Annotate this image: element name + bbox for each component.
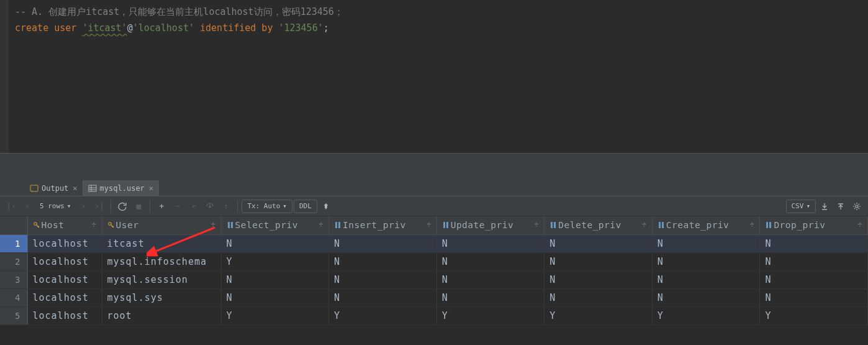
cell[interactable]: N <box>545 271 653 289</box>
cell[interactable]: N <box>329 253 437 271</box>
upload-button[interactable] <box>833 199 848 214</box>
cell[interactable]: N <box>760 271 868 289</box>
col-update-priv[interactable]: Update_priv÷ <box>436 216 545 235</box>
stop-button[interactable]: ■ <box>131 199 146 214</box>
cell[interactable]: N <box>652 271 760 289</box>
cell[interactable]: 4 <box>0 289 27 307</box>
cell[interactable]: Y <box>652 307 760 325</box>
cell[interactable]: N <box>329 289 437 307</box>
sql-editor[interactable]: -- A. 创建用户itcast，只能够在当前主机localhost访问，密码1… <box>0 0 868 153</box>
next-page-button[interactable]: › <box>76 199 91 214</box>
row-count-label[interactable]: 5 rows▾ <box>36 202 75 210</box>
close-icon[interactable]: × <box>73 184 77 193</box>
column-icon <box>227 221 235 231</box>
table-row[interactable]: 3localhostmysql.sessionNNNNNN <box>0 271 868 289</box>
col-delete-priv[interactable]: Delete_priv÷ <box>545 216 653 235</box>
column-icon <box>549 221 558 231</box>
chevron-down-icon: ▾ <box>67 202 71 210</box>
tab-output[interactable]: Output × <box>25 180 83 196</box>
col-create-priv[interactable]: Create_priv÷ <box>652 216 760 235</box>
separator <box>237 200 238 213</box>
remove-row-button[interactable]: − <box>170 199 185 214</box>
editor-line-sql: create user 'itcast'@'localhost' identif… <box>15 20 862 36</box>
download-button[interactable] <box>817 199 832 214</box>
table-row[interactable]: 2localhostmysql.infoschemaYNNNNN <box>0 253 868 271</box>
svg-point-1 <box>32 190 33 191</box>
cell[interactable]: N <box>652 235 760 253</box>
table-row[interactable]: 1localhostitcastNNNNNN <box>0 235 868 253</box>
pin-button[interactable] <box>319 199 333 214</box>
cell[interactable]: Y <box>221 307 329 325</box>
cell[interactable]: N <box>760 253 868 271</box>
cell[interactable]: localhost <box>27 271 102 289</box>
add-row-button[interactable]: + <box>154 199 169 214</box>
cell[interactable]: N <box>545 253 653 271</box>
cell[interactable]: 3 <box>0 271 27 289</box>
cell[interactable]: N <box>221 271 329 289</box>
chevron-down-icon: ▾ <box>283 202 287 210</box>
cell[interactable]: N <box>436 289 545 307</box>
corner-cell <box>0 216 27 235</box>
cell[interactable]: N <box>221 289 329 307</box>
separator <box>111 200 111 213</box>
cell[interactable]: N <box>436 235 545 253</box>
cell[interactable]: N <box>652 289 760 307</box>
col-insert-priv[interactable]: Insert_priv÷ <box>329 216 437 235</box>
cell[interactable]: N <box>436 253 545 271</box>
key-icon <box>107 221 116 231</box>
cell[interactable]: localhost <box>27 235 102 253</box>
cell[interactable]: N <box>329 235 437 253</box>
tx-mode-dropdown[interactable]: Tx: Auto▾ <box>242 200 292 213</box>
cell[interactable]: N <box>760 235 868 253</box>
cell[interactable]: N <box>329 271 437 289</box>
col-user[interactable]: User÷ <box>102 216 221 235</box>
close-icon[interactable]: × <box>149 184 153 193</box>
cell[interactable]: localhost <box>27 253 102 271</box>
cell[interactable]: mysql.sys <box>102 289 221 307</box>
cell[interactable]: N <box>545 289 653 307</box>
cell[interactable]: 5 <box>0 307 27 325</box>
cell[interactable]: localhost <box>27 289 102 307</box>
cell[interactable]: localhost <box>27 307 102 325</box>
table-row[interactable]: 5localhostrootYYYYYY <box>0 307 868 325</box>
col-host[interactable]: Host÷ <box>27 216 102 235</box>
cell[interactable]: N <box>436 271 545 289</box>
first-page-button[interactable]: |‹ <box>4 199 19 214</box>
ddl-button[interactable]: DDL <box>294 200 317 213</box>
column-icon <box>442 221 451 231</box>
column-icon <box>334 221 343 231</box>
cell[interactable]: N <box>652 253 760 271</box>
submit-button[interactable]: ↑ <box>219 199 233 214</box>
cell[interactable]: mysql.session <box>102 271 221 289</box>
header-row: Host÷ User÷ Select_priv÷ Insert_priv÷ Up… <box>0 216 868 235</box>
cell[interactable]: N <box>760 289 868 307</box>
col-drop-priv[interactable]: Drop_priv÷ <box>760 216 868 235</box>
col-select-priv[interactable]: Select_priv÷ <box>221 216 329 235</box>
export-format-dropdown[interactable]: CSV▾ <box>786 200 816 213</box>
settings-button[interactable] <box>849 199 864 214</box>
cell[interactable]: 2 <box>0 253 27 271</box>
svg-rect-14 <box>443 222 445 228</box>
cell[interactable]: root <box>102 307 221 325</box>
cell[interactable]: mysql.infoschema <box>102 253 221 271</box>
cell[interactable]: Y <box>545 307 653 325</box>
cell[interactable]: Y <box>760 307 868 325</box>
prev-page-button[interactable]: ‹ <box>20 199 35 214</box>
tab-mysql-user[interactable]: mysql.user × <box>83 180 159 196</box>
svg-rect-15 <box>446 222 448 228</box>
cell[interactable]: 1 <box>0 235 27 253</box>
results-grid[interactable]: Host÷ User÷ Select_priv÷ Insert_priv÷ Up… <box>0 216 868 345</box>
cell[interactable]: Y <box>221 253 329 271</box>
refresh-button[interactable] <box>115 199 130 214</box>
cell[interactable]: N <box>545 235 653 253</box>
table-row[interactable]: 4localhostmysql.sysNNNNNN <box>0 289 868 307</box>
output-icon <box>30 184 38 193</box>
svg-rect-18 <box>659 222 661 228</box>
cell[interactable]: Y <box>436 307 545 325</box>
cell[interactable]: N <box>221 235 329 253</box>
cell[interactable]: itcast <box>102 235 221 253</box>
commit-button[interactable] <box>202 199 217 214</box>
cell[interactable]: Y <box>329 307 437 325</box>
last-page-button[interactable]: ›| <box>92 199 107 214</box>
revert-button[interactable]: ↶ <box>186 199 201 214</box>
